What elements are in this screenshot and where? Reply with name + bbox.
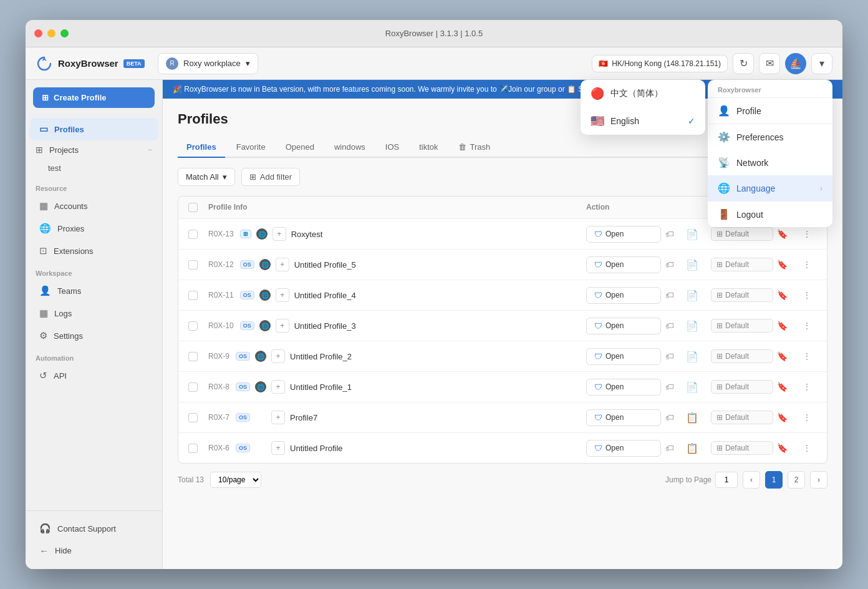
sidebar-item-projects[interactable]: ⊞ Projects −	[26, 140, 162, 159]
sidebar-contact-support[interactable]: 🎧 Contact Support	[29, 517, 158, 540]
row-checkbox-3[interactable]	[188, 291, 198, 300]
profile-add-btn-4[interactable]: +	[276, 319, 289, 333]
more-icon-4[interactable]: ⋮	[798, 317, 816, 334]
proxy-stack-icon-7: ⊞	[716, 413, 723, 422]
row-checkbox-2[interactable]	[188, 260, 198, 270]
open-button-7[interactable]: 🛡 Open	[586, 409, 661, 426]
more-icon-3[interactable]: ⋮	[798, 286, 816, 304]
workspace-button[interactable]: R Roxy workplace ▾	[158, 53, 258, 74]
sidebar-item-logs[interactable]: ▦ Logs	[29, 302, 158, 324]
tab-trash[interactable]: 🗑 Trash	[450, 137, 499, 158]
tag-icon-8[interactable]: 🏷	[661, 439, 678, 457]
tag-icon-7[interactable]: 🏷	[661, 409, 678, 426]
tag-icon-5[interactable]: 🏷	[661, 348, 678, 365]
create-profile-button[interactable]: ⊞ Create Profile	[33, 87, 155, 108]
tab-profiles[interactable]: Profiles	[178, 137, 225, 158]
tab-favorite[interactable]: Favorite	[228, 137, 274, 158]
profile-os-badge-7: OS	[236, 413, 250, 422]
bookmark-icon-8[interactable]: 🔖	[773, 439, 791, 457]
profile-add-btn-7[interactable]: +	[271, 411, 285, 424]
proxy-badge-2: ⊞ Default	[711, 258, 773, 271]
profile-add-btn-3[interactable]: +	[276, 288, 289, 302]
tag-icon-6[interactable]: 🏷	[661, 378, 678, 396]
profile-add-btn-2[interactable]: +	[276, 258, 289, 271]
more-icon-5[interactable]: ⋮	[798, 348, 816, 365]
tab-ios[interactable]: IOS	[377, 137, 408, 158]
jump-input[interactable]	[715, 472, 738, 488]
bookmark-icon-1[interactable]: 🔖	[773, 225, 791, 243]
dropdown-language[interactable]: 🌐 Language ›	[708, 175, 832, 201]
next-page-button[interactable]: ›	[810, 471, 827, 489]
english-label: English	[610, 116, 639, 126]
bookmark-icon-3[interactable]: 🔖	[773, 286, 791, 304]
sidebar-hide[interactable]: ← Hide	[29, 540, 158, 562]
open-button-3[interactable]: 🛡 Open	[586, 287, 661, 304]
per-page-select[interactable]: 10/page 20/page 50/page	[210, 472, 261, 488]
profile-add-btn-8[interactable]: +	[271, 441, 285, 455]
dropdown-network[interactable]: 📡 Network	[708, 150, 832, 175]
tab-tiktok[interactable]: tiktok	[410, 137, 446, 158]
maximize-button[interactable]	[60, 29, 69, 37]
region-button[interactable]: 🇭🇰 HK/Hong Kong (148.178.21.151)	[592, 55, 728, 72]
language-english[interactable]: 🇺🇸 English ✓	[581, 107, 705, 135]
open-button-2[interactable]: 🛡 Open	[586, 256, 661, 273]
bookmark-icon-2[interactable]: 🔖	[773, 256, 791, 273]
workspace-icon: R	[166, 57, 178, 70]
bookmark-icon-7[interactable]: 🔖	[773, 409, 791, 426]
open-button-8[interactable]: 🛡 Open	[586, 440, 661, 457]
table-row: R0X-12 OS 🌐 + Untitled Profile_5 🛡 Open …	[178, 250, 827, 280]
sync-button[interactable]: ↻	[733, 53, 754, 74]
more-icon-1[interactable]: ⋮	[798, 225, 816, 243]
minimize-button[interactable]	[47, 29, 55, 37]
sidebar-item-teams[interactable]: 👤 Teams	[29, 280, 158, 302]
profile-add-btn-6[interactable]: +	[271, 380, 285, 394]
add-filter-button[interactable]: ⊞ Add filter	[241, 168, 300, 186]
open-button-5[interactable]: 🛡 Open	[586, 348, 661, 365]
more-icon-7[interactable]: ⋮	[798, 409, 816, 426]
more-icon-8[interactable]: ⋮	[798, 439, 816, 457]
page-button-2[interactable]: 2	[788, 471, 805, 489]
tag-icon-1[interactable]: 🏷	[661, 225, 678, 243]
dropdown-logout[interactable]: 🚪 Logout	[708, 202, 832, 227]
page-button-1[interactable]: 1	[765, 471, 783, 489]
sidebar-item-proxies[interactable]: 🌐 Proxies	[29, 217, 158, 240]
bookmark-icon-6[interactable]: 🔖	[773, 378, 791, 396]
match-all-button[interactable]: Match All ▾	[178, 168, 235, 186]
profile-add-btn-1[interactable]: +	[272, 227, 286, 241]
row-checkbox-4[interactable]	[188, 321, 198, 331]
tab-windows[interactable]: windows	[326, 137, 374, 158]
more-icon-2[interactable]: ⋮	[798, 256, 816, 273]
sidebar-item-extensions[interactable]: ⊡ Extensions	[29, 240, 158, 262]
tag-icon-3[interactable]: 🏷	[661, 286, 678, 304]
more-icon-6[interactable]: ⋮	[798, 378, 816, 396]
tag-icon-2[interactable]: 🏷	[661, 256, 678, 273]
bookmark-icon-5[interactable]: 🔖	[773, 348, 791, 365]
avatar-button[interactable]: ⛵	[785, 53, 806, 74]
sidebar-item-profiles[interactable]: ▭ Profiles	[29, 118, 158, 140]
dropdown-preferences[interactable]: ⚙️ Preferences	[708, 124, 832, 150]
tag-icon-4[interactable]: 🏷	[661, 317, 678, 334]
profile-add-btn-5[interactable]: +	[271, 349, 285, 363]
row-checkbox-7[interactable]	[188, 413, 198, 422]
open-button-6[interactable]: 🛡 Open	[586, 379, 661, 396]
proxy-label-1: Default	[725, 230, 749, 238]
open-button-1[interactable]: 🛡 Open	[586, 226, 661, 243]
tab-opened[interactable]: Opened	[277, 137, 323, 158]
prev-page-button[interactable]: ‹	[743, 471, 760, 489]
row-checkbox-8[interactable]	[188, 444, 198, 453]
bookmark-icon-4[interactable]: 🔖	[773, 317, 791, 334]
sidebar-item-settings[interactable]: ⚙ Settings	[29, 324, 158, 347]
sidebar-item-accounts[interactable]: ▦ Accounts	[29, 195, 158, 217]
language-chinese[interactable]: 🔴 中文（简体）	[581, 80, 705, 107]
select-all-checkbox[interactable]	[188, 203, 198, 212]
close-button[interactable]	[34, 29, 42, 37]
row-checkbox-6[interactable]	[188, 382, 198, 392]
dropdown-profile[interactable]: 👤 Profile	[708, 98, 832, 124]
mail-button[interactable]: ✉	[759, 53, 780, 74]
open-button-4[interactable]: 🛡 Open	[586, 318, 661, 334]
row-checkbox-1[interactable]	[188, 230, 198, 239]
dropdown-arrow-button[interactable]: ▾	[811, 53, 832, 74]
row-checkbox-5[interactable]	[188, 352, 198, 361]
sidebar-item-api[interactable]: ↺ API	[29, 364, 158, 387]
sidebar-project-test[interactable]: test	[26, 159, 162, 177]
